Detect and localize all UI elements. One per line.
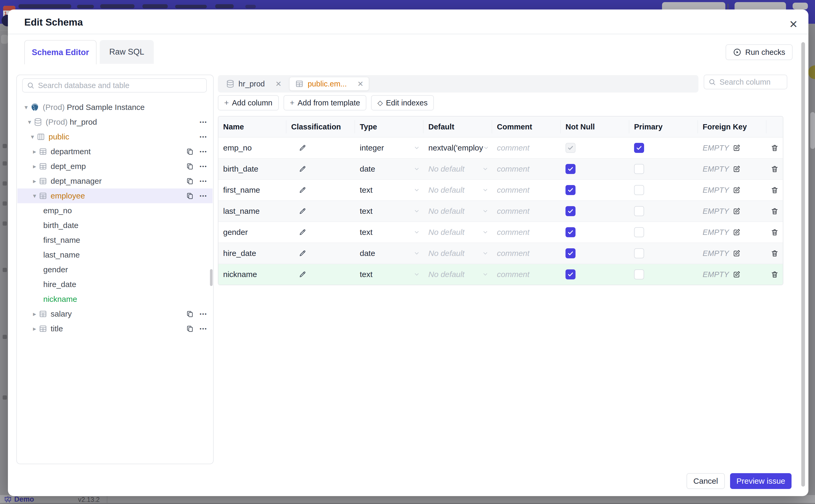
tree-item[interactable]: birth_date xyxy=(17,218,212,233)
tree-item[interactable]: first_name xyxy=(17,233,212,248)
tree-item[interactable]: ▾ (Prod) Prod Sample Instance xyxy=(17,100,212,115)
comment-input[interactable]: comment xyxy=(492,249,561,258)
ellipsis-icon[interactable]: ••• xyxy=(200,193,207,199)
not-null-checkbox[interactable] xyxy=(566,143,576,153)
copy-icon[interactable] xyxy=(186,310,194,318)
caret-icon[interactable]: ▾ xyxy=(28,133,36,140)
trash-icon[interactable] xyxy=(771,186,779,194)
edit-square-icon[interactable] xyxy=(733,270,741,278)
pencil-icon[interactable] xyxy=(298,144,355,152)
not-null-checkbox[interactable] xyxy=(566,206,576,216)
add-from-template-button[interactable]: + Add from template xyxy=(283,95,366,110)
column-search-input[interactable] xyxy=(719,77,783,87)
database-search[interactable] xyxy=(22,78,207,93)
edit-square-icon[interactable] xyxy=(733,228,741,236)
default-select[interactable]: No default xyxy=(424,164,492,173)
caret-icon[interactable]: ▾ xyxy=(26,118,33,126)
type-select[interactable]: date xyxy=(355,164,424,173)
tree-item[interactable]: hire_date xyxy=(17,277,212,292)
edit-square-icon[interactable] xyxy=(733,249,741,257)
trash-icon[interactable] xyxy=(771,249,779,257)
caret-icon[interactable]: ▸ xyxy=(31,163,38,170)
comment-input[interactable]: comment xyxy=(492,207,561,216)
tab-chip-hr_prod[interactable]: hr_prod✕ xyxy=(220,77,287,90)
column-name-field[interactable]: first_name xyxy=(218,186,286,195)
tree-item[interactable]: ▾ public ••• xyxy=(17,129,212,144)
ellipsis-icon[interactable]: ••• xyxy=(200,134,207,140)
comment-input[interactable]: comment xyxy=(492,143,561,152)
default-select[interactable]: No default xyxy=(424,186,492,195)
ellipsis-icon[interactable]: ••• xyxy=(200,149,207,154)
caret-icon[interactable]: ▸ xyxy=(31,325,38,332)
not-null-checkbox[interactable] xyxy=(566,269,576,279)
close-icon[interactable]: ✕ xyxy=(789,19,798,30)
default-select[interactable]: No default xyxy=(424,207,492,216)
comment-input[interactable]: comment xyxy=(492,270,561,279)
column-name-field[interactable]: birth_date xyxy=(218,164,286,173)
default-select[interactable]: nextval('employ xyxy=(424,143,492,152)
not-null-checkbox[interactable] xyxy=(566,248,576,258)
not-null-checkbox[interactable] xyxy=(566,227,576,237)
tree-item[interactable]: emp_no xyxy=(17,203,212,218)
add-column-button[interactable]: + Add column xyxy=(218,95,279,110)
edit-square-icon[interactable] xyxy=(733,144,741,152)
primary-checkbox[interactable] xyxy=(634,269,644,279)
type-select[interactable]: text xyxy=(355,270,424,279)
copy-icon[interactable] xyxy=(186,162,194,170)
ellipsis-icon[interactable]: ••• xyxy=(200,119,207,125)
type-select[interactable]: text xyxy=(355,207,424,216)
tree-item[interactable]: ▸ title ••• xyxy=(17,321,212,336)
copy-icon[interactable] xyxy=(186,148,194,156)
edit-square-icon[interactable] xyxy=(733,165,741,173)
tree-item[interactable]: last_name xyxy=(17,248,212,262)
pencil-icon[interactable] xyxy=(298,165,355,173)
default-select[interactable]: No default xyxy=(424,270,492,279)
default-select[interactable]: No default xyxy=(424,249,492,258)
pencil-icon[interactable] xyxy=(298,228,355,236)
primary-checkbox[interactable] xyxy=(634,143,644,153)
comment-input[interactable]: comment xyxy=(492,186,561,195)
caret-icon[interactable]: ▸ xyxy=(31,148,38,155)
edit-indexes-button[interactable]: ◇ Edit indexes xyxy=(371,95,434,110)
pencil-icon[interactable] xyxy=(298,249,355,257)
column-name-field[interactable]: nickname xyxy=(218,270,286,279)
pencil-icon[interactable] xyxy=(298,207,355,215)
edit-square-icon[interactable] xyxy=(733,207,741,215)
copy-icon[interactable] xyxy=(186,192,194,200)
tree-item[interactable]: gender xyxy=(17,262,212,277)
primary-checkbox[interactable] xyxy=(634,248,644,258)
caret-icon[interactable]: ▸ xyxy=(31,177,38,185)
close-icon[interactable]: ✕ xyxy=(275,80,281,88)
copy-icon[interactable] xyxy=(186,177,194,185)
caret-icon[interactable]: ▾ xyxy=(31,192,38,200)
tree-item[interactable]: ▸ department ••• xyxy=(17,144,212,159)
caret-icon[interactable]: ▸ xyxy=(31,310,38,318)
not-null-checkbox[interactable] xyxy=(566,164,576,174)
run-checks-button[interactable]: Run checks xyxy=(726,44,793,60)
caret-icon[interactable]: ▾ xyxy=(22,104,30,111)
close-icon[interactable]: ✕ xyxy=(357,80,363,88)
tree-item[interactable]: nickname xyxy=(17,292,212,307)
ellipsis-icon[interactable]: ••• xyxy=(200,163,207,169)
not-null-checkbox[interactable] xyxy=(566,185,576,195)
ellipsis-icon[interactable]: ••• xyxy=(200,326,207,332)
trash-icon[interactable] xyxy=(771,144,779,152)
type-select[interactable]: date xyxy=(355,249,424,258)
ellipsis-icon[interactable]: ••• xyxy=(200,311,207,317)
primary-checkbox[interactable] xyxy=(634,227,644,237)
comment-input[interactable]: comment xyxy=(492,164,561,173)
primary-checkbox[interactable] xyxy=(634,185,644,195)
default-select[interactable]: No default xyxy=(424,228,492,237)
type-select[interactable]: text xyxy=(355,228,424,237)
tab-schema-editor[interactable]: Schema Editor xyxy=(24,40,96,64)
tab-chip-publicem[interactable]: public.em...✕ xyxy=(289,77,369,91)
copy-icon[interactable] xyxy=(186,325,194,333)
column-search[interactable] xyxy=(704,75,787,89)
pencil-icon[interactable] xyxy=(298,186,355,194)
primary-checkbox[interactable] xyxy=(634,206,644,216)
sidebar-scrollbar[interactable] xyxy=(210,269,212,286)
trash-icon[interactable] xyxy=(771,228,779,236)
column-name-field[interactable]: last_name xyxy=(218,207,286,216)
type-select[interactable]: integer xyxy=(355,143,424,152)
modal-scrollbar[interactable] xyxy=(801,42,805,487)
